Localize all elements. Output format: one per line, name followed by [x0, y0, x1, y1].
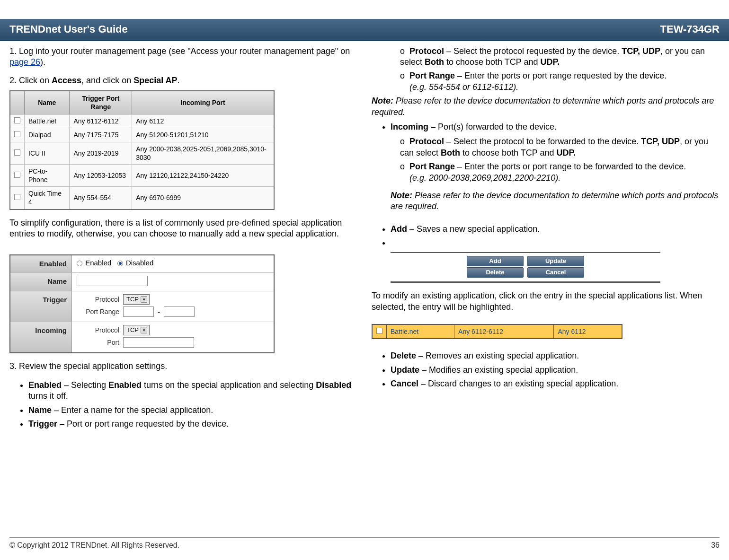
delete-button[interactable]: Delete [467, 267, 524, 278]
trigger-sublist: oProtocol – Select the protocol requeste… [372, 46, 720, 93]
step2-specialap: Special AP [133, 76, 177, 85]
table-row[interactable]: PC-to-PhoneAny 12053-12053Any 12120,1212… [10, 164, 274, 186]
row-checkbox[interactable] [376, 328, 382, 334]
subitem-portrange: oPort Range – Enter the ports or port ra… [400, 70, 720, 93]
row-checkbox[interactable] [14, 172, 20, 178]
row-checkbox[interactable] [14, 149, 20, 156]
enabled-label: Enabled [10, 255, 72, 272]
col-checkbox [10, 91, 25, 114]
disabled-radio[interactable] [117, 261, 123, 266]
trigger-port-to[interactable] [164, 306, 195, 317]
col-name: Name [25, 91, 70, 114]
content-columns: 1. Log into your router management page … [0, 41, 729, 434]
enabled-opt1: Enabled [85, 259, 111, 267]
table-row[interactable]: Quick Time 4Any 554-554Any 6970-6999 [10, 187, 274, 210]
chevron-down-icon: ▾ [141, 327, 147, 333]
table-row[interactable]: DialpadAny 7175-7175Any 51200-51201,5121… [10, 128, 274, 142]
enabled-radio[interactable] [77, 261, 82, 266]
copyright-text: © Copyright 2012 TRENDnet. All Rights Re… [9, 541, 179, 551]
button-bar-panel: Add Update Delete Cancel [391, 252, 660, 283]
enabled-opt2: Disabled [126, 259, 153, 267]
incoming-label: Incoming [10, 322, 72, 352]
highlighted-row-table: Battle.net Any 6112-6112 Any 6112 [372, 324, 622, 339]
cell-name: Quick Time 4 [25, 187, 70, 210]
select-value: TCP [126, 326, 139, 334]
simplify-text: To simplify configuration, there is a li… [9, 218, 357, 240]
subitem-incoming-protocol: oProtocol – Select the protocol to be fo… [400, 136, 720, 158]
bullet-name: Name – Enter a name for the special appl… [28, 405, 357, 416]
cell-name: PC-to-Phone [25, 164, 70, 186]
step1-text: 1. Log into your router management page … [9, 46, 357, 68]
step2-text: 2. Click on Access, and click on Special… [9, 75, 357, 86]
cell-incoming: Any 6112 [554, 324, 622, 339]
cell-name: ICU II [25, 142, 70, 164]
bullet-add: Add – Saves a new special application. [391, 224, 720, 235]
cell-incoming: Any 12120,12122,24150-24220 [132, 164, 274, 186]
step2-access: Access [52, 76, 81, 85]
chevron-down-icon: ▾ [141, 296, 147, 303]
col-incoming: Incoming Port [132, 91, 274, 114]
cell-name: Battle.net [25, 114, 70, 128]
note1: Note: Please refer to the device documen… [372, 96, 720, 118]
row-checkbox[interactable] [14, 194, 20, 200]
page-number: 36 [711, 541, 720, 551]
update-button[interactable]: Update [527, 256, 584, 266]
table-row[interactable]: Battle.netAny 6112-6112Any 6112 [10, 114, 274, 128]
left-column: 1. Log into your router management page … [9, 46, 357, 434]
cell-trigger: Any 554-554 [70, 187, 132, 210]
special-ap-table: Name Trigger Port Range Incoming Port Ba… [9, 90, 275, 210]
enabled-field: Enabled Disabled [72, 255, 274, 272]
page-26-link[interactable]: page 26 [9, 57, 40, 67]
subitem-incoming-portrange: oPort Range – Enter the ports or port ra… [400, 161, 720, 184]
step2-e: . [178, 76, 180, 85]
cell-trigger: Any 6112-6112 [454, 324, 554, 339]
note2: Note: Please refer to the device documen… [372, 190, 720, 212]
bullet-cancel: Cancel – Discard changes to an existing … [391, 378, 720, 389]
cell-name: Battle.net [387, 324, 454, 339]
special-ap-form: Enabled Enabled Disabled Name Trigger Pr… [9, 254, 275, 353]
row-checkbox[interactable] [14, 131, 20, 137]
add-button[interactable]: Add [467, 256, 524, 266]
name-label: Name [10, 273, 72, 291]
cell-incoming: Any 6970-6999 [132, 187, 274, 210]
incoming-protocol-select[interactable]: TCP ▾ [123, 325, 150, 335]
subitem-protocol: oProtocol – Select the protocol requeste… [400, 46, 720, 68]
step1-part-b: ). [40, 57, 45, 67]
trigger-protocol-label: Protocol [77, 295, 119, 304]
cancel-button[interactable]: Cancel [527, 267, 584, 278]
table-row[interactable]: Battle.net Any 6112-6112 Any 6112 [372, 324, 622, 339]
trigger-port-from[interactable] [123, 306, 154, 317]
incoming-port-label: Port [77, 338, 119, 347]
incoming-bullets: Incoming – Port(s) forwarded to the devi… [372, 122, 720, 132]
trigger-label: Trigger [10, 291, 72, 322]
bullet-trigger: Trigger – Port or port range requested b… [28, 419, 357, 429]
header-title-left: TRENDnet User's Guide [9, 23, 128, 36]
header-bar: TRENDnet User's Guide TEW-734GR [0, 19, 729, 41]
cell-trigger: Any 2019-2019 [70, 142, 132, 164]
trigger-protocol-select[interactable]: TCP ▾ [123, 294, 150, 305]
cell-name: Dialpad [25, 128, 70, 142]
trigger-portrange-label: Port Range [77, 307, 119, 316]
settings-bullets: Enabled – Selecting Enabled turns on the… [9, 380, 357, 430]
incoming-port-input[interactable] [123, 337, 194, 348]
cell-trigger: Any 7175-7175 [70, 128, 132, 142]
cell-trigger: Any 12053-12053 [70, 164, 132, 186]
bullet-update: Update – Modifies an existing special ap… [391, 365, 720, 376]
incoming-protocol-label: Protocol [77, 326, 119, 334]
cell-incoming: Any 6112 [132, 114, 274, 128]
bullet-empty [391, 237, 720, 248]
cell-incoming: Any 2000-2038,2025-2051,2069,2085,3010-3… [132, 142, 274, 164]
select-value: TCP [126, 296, 139, 304]
step2-c: , and click on [81, 76, 133, 85]
row-checkbox[interactable] [14, 117, 20, 123]
bullet-incoming: Incoming – Port(s) forwarded to the devi… [391, 122, 720, 132]
action-bullets: Delete – Removes an existing special app… [372, 350, 720, 389]
incoming-sublist: oProtocol – Select the protocol to be fo… [372, 136, 720, 184]
footer: © Copyright 2012 TRENDnet. All Rights Re… [9, 537, 720, 551]
cell-incoming: Any 51200-51201,51210 [132, 128, 274, 142]
step3-text: 3. Review the special application settin… [9, 361, 357, 372]
name-input[interactable] [77, 276, 148, 286]
table-row[interactable]: ICU IIAny 2019-2019Any 2000-2038,2025-20… [10, 142, 274, 164]
step1-part-a: 1. Log into your router management page … [9, 46, 350, 56]
col-trigger: Trigger Port Range [70, 91, 132, 114]
